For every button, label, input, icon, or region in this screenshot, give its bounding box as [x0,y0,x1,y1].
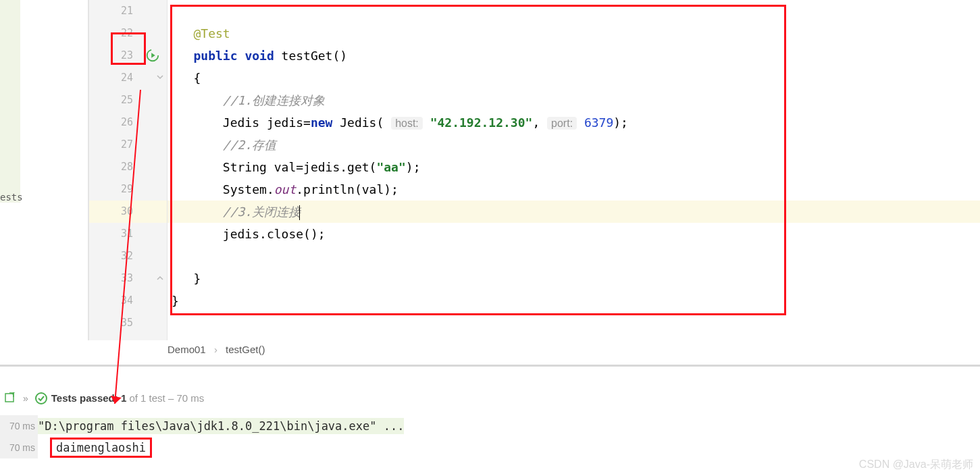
watermark: CSDN @Java-呆萌老师 [859,458,973,472]
line-number[interactable]: 25 [89,89,167,111]
line-number[interactable]: 33 [89,267,167,290]
console-output[interactable]: 70 ms "D:\program files\Java\jdk1.8.0_22… [0,415,980,458]
run-tool-window: » Tests passed: 1 of 1 test – 70 ms 70 m… [0,388,980,408]
svg-point-4 [36,393,47,404]
breadcrumb-class[interactable]: Demo01 [167,344,206,355]
line-number[interactable]: 34 [89,290,167,312]
svg-rect-3 [5,394,14,402]
expand-icon[interactable]: » [23,388,28,408]
comment: //3.关闭连接 [223,205,301,219]
run-test-icon[interactable] [145,48,160,63]
line-number[interactable]: 35 [89,312,167,334]
console-output-highlight: daimenglaoshi [50,438,152,458]
breadcrumb-method[interactable]: testGet() [226,344,265,355]
tests-label: ests [0,192,23,203]
tests-passed-label: Tests passed: 1 of 1 test – 70 ms [51,388,205,408]
breadcrumb-separator: › [214,344,217,355]
param-hint-host: host: [391,117,423,130]
console-command: "D:\program files\Java\jdk1.8.0_221\bin\… [38,418,404,434]
line-number[interactable]: 29 [89,178,167,201]
check-circle-icon [35,392,47,404]
comment: //1.创建连接对象 [223,93,325,107]
line-number[interactable]: 30 [89,201,167,223]
comment: //2.存值 [223,138,276,152]
param-hint-port: port: [547,117,577,130]
line-number[interactable]: 27 [89,134,167,156]
panel-divider[interactable] [0,365,980,367]
rerun-icon[interactable] [4,392,16,404]
test-tree-stripe: ests [0,0,20,203]
line-number[interactable]: 21 [89,0,167,22]
line-number[interactable]: 28 [89,156,167,178]
highlight-run-box [111,32,146,65]
run-header: » Tests passed: 1 of 1 test – 70 ms [0,388,980,408]
code-editor[interactable]: @Test public void testGet() { //1.创建连接对象… [167,0,980,340]
fold-icon[interactable] [156,74,164,82]
line-number[interactable]: 32 [89,245,167,267]
line-number[interactable]: 24 [89,67,167,89]
fold-icon[interactable] [156,274,164,282]
line-number[interactable]: 26 [89,111,167,134]
line-number[interactable]: 31 [89,223,167,245]
timing-badge: 70 ms [0,437,38,458]
annotation: @Test [194,26,230,41]
text-cursor [299,205,300,220]
timing-badge: 70 ms [0,415,38,437]
breadcrumb[interactable]: Demo01 › testGet() [167,340,265,359]
